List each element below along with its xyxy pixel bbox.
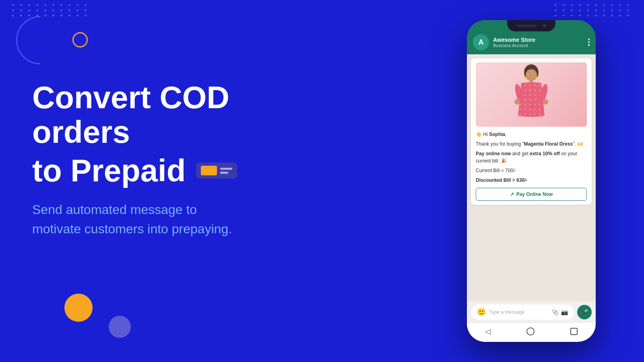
phone-frame: A Awesome Store Business Account bbox=[467, 20, 596, 342]
recent-apps-button[interactable] bbox=[570, 328, 578, 335]
product-name: Magenta Floral Dress bbox=[524, 141, 573, 147]
notch-speaker bbox=[516, 25, 537, 27]
microphone-button[interactable]: 🎤 bbox=[577, 305, 592, 319]
camera-icon[interactable]: 📷 bbox=[561, 309, 568, 315]
message-bubble: 👋 Hi Sophia, Thank you for buying "Magen… bbox=[471, 58, 592, 205]
phone-bottom-nav: ◁ bbox=[467, 323, 596, 342]
circle-outline-decoration bbox=[72, 32, 88, 47]
card-stripe bbox=[201, 166, 217, 175]
svg-point-1 bbox=[526, 69, 537, 80]
contact-info: Awesome Store Business Account bbox=[493, 37, 584, 48]
woman-illustration bbox=[513, 64, 549, 126]
store-avatar: A bbox=[473, 34, 489, 50]
headline-line1: Convert COD orders bbox=[32, 80, 334, 150]
circle-purple-decoration bbox=[109, 316, 131, 338]
pay-button-icon: ↗ bbox=[510, 191, 514, 197]
back-button[interactable]: ◁ bbox=[485, 327, 491, 336]
svg-point-10 bbox=[524, 77, 527, 79]
product-image bbox=[476, 62, 587, 127]
circle-yellow-decoration bbox=[64, 294, 93, 322]
current-bill: Current Bill = 700/- bbox=[476, 167, 587, 174]
credit-card-icon bbox=[196, 162, 237, 179]
dots-top-left bbox=[12, 4, 89, 16]
chat-area: 👋 Hi Sophia, Thank you for buying "Magen… bbox=[467, 54, 596, 301]
pay-online-button[interactable]: ↗ Pay Online Now bbox=[476, 188, 587, 201]
menu-dot bbox=[588, 44, 590, 46]
headline-line2-wrapper: to Prepaid bbox=[32, 154, 334, 188]
bill-info: Current Bill = 700/- Discounted Bill = 6… bbox=[476, 167, 587, 184]
greeting-line: 👋 Hi Sophia, bbox=[476, 131, 587, 138]
phone-mockup: A Awesome Store Business Account bbox=[467, 20, 596, 342]
card-line-1 bbox=[220, 168, 232, 170]
discounted-bill: Discounted Bill = 630/- bbox=[476, 177, 587, 184]
message-input-placeholder: Type a message bbox=[489, 309, 549, 315]
subtitle: Send automated message to motivate custo… bbox=[32, 200, 334, 239]
store-name: Awesome Store bbox=[493, 37, 584, 43]
arc-decoration bbox=[16, 16, 64, 64]
left-content: Convert COD orders to Prepaid Send autom… bbox=[32, 80, 334, 239]
headline: Convert COD orders to Prepaid bbox=[32, 80, 334, 188]
svg-point-9 bbox=[543, 99, 548, 105]
discount-text: extra 10% off bbox=[530, 151, 560, 156]
cta-bold: Pay online now bbox=[476, 151, 511, 156]
home-button[interactable] bbox=[526, 327, 535, 335]
dots-top-right bbox=[555, 4, 632, 16]
message-text: 👋 Hi Sophia, Thank you for buying "Magen… bbox=[476, 131, 587, 184]
account-type: Business Account bbox=[493, 43, 584, 48]
more-menu-button[interactable] bbox=[588, 39, 590, 46]
emoji-icon[interactable]: 🙂 bbox=[477, 308, 486, 317]
pay-button-label: Pay Online Now bbox=[516, 191, 553, 197]
phone-notch bbox=[507, 20, 555, 31]
input-bar: 🙂 Type a message 📎 📷 🎤 bbox=[467, 301, 596, 323]
notch-camera bbox=[543, 24, 547, 28]
input-action-icons: 📎 📷 bbox=[552, 309, 568, 315]
svg-point-11 bbox=[536, 77, 538, 79]
card-line-2 bbox=[220, 172, 228, 174]
customer-name: Sophia bbox=[489, 132, 505, 137]
menu-dot bbox=[588, 41, 590, 43]
card-lines bbox=[220, 168, 232, 174]
greeting-emoji: 👋 bbox=[476, 132, 482, 137]
svg-point-8 bbox=[514, 99, 520, 105]
thank-you-line: Thank you for buying "Magenta Floral Dre… bbox=[476, 140, 587, 148]
message-input-field[interactable]: 🙂 Type a message 📎 📷 bbox=[471, 304, 574, 320]
mic-icon: 🎤 bbox=[581, 309, 588, 315]
cta-line: Pay online now and get extra 10% off on … bbox=[476, 150, 587, 165]
attachment-icon[interactable]: 📎 bbox=[552, 309, 559, 315]
menu-dot bbox=[588, 39, 590, 40]
